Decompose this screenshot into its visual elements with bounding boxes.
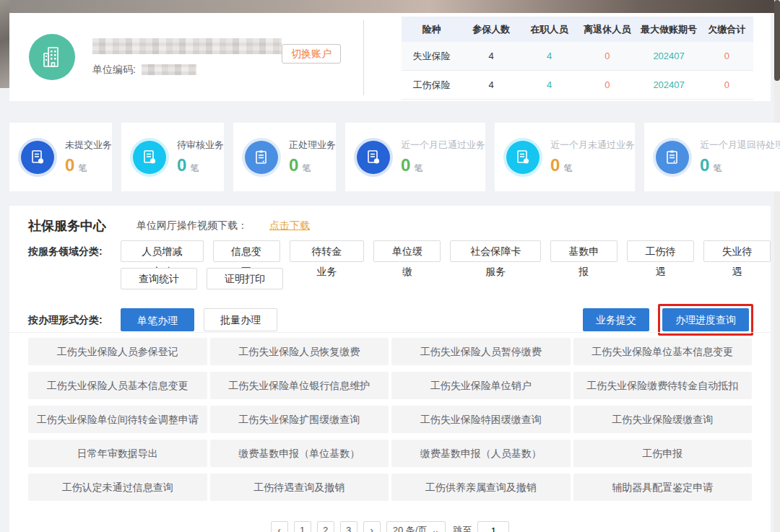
page-title: 社保服务中心 (28, 217, 106, 235)
page-number-button[interactable]: 2 (317, 521, 334, 532)
business-item-button[interactable]: 工伤供养亲属查询及撤销 (391, 474, 571, 501)
header-divider (363, 20, 364, 95)
highlight-annotation: 办理进度查询 (658, 304, 753, 336)
business-item-button[interactable]: 工伤失业保险单位基本信息变更 (573, 338, 753, 365)
stat-value: 0 (550, 155, 560, 175)
business-item-button[interactable]: 缴费基数申报（人员基数） (391, 440, 571, 467)
category-button[interactable]: 社会保障卡服务 (450, 240, 540, 262)
stat-value: 0 (401, 155, 410, 175)
category-button[interactable]: 单位缓缴 (373, 240, 441, 262)
col-insurance-type: 险种 (402, 23, 462, 36)
stat-value: 0 (65, 155, 74, 175)
cell-max-period: 202407 (637, 79, 701, 90)
business-item-button[interactable]: 工伤失业保险缓缴查询 (573, 406, 753, 433)
stat-label: 未提交业务 (65, 139, 112, 152)
business-submit-button[interactable]: 业务提交 (583, 308, 649, 331)
business-item-button[interactable]: 工伤失业保险特困缓缴查询 (391, 406, 571, 433)
category-button[interactable]: 证明打印 (207, 268, 283, 289)
business-item-button[interactable]: 工伤失业保险单位销户 (391, 372, 571, 399)
business-item-button[interactable]: 日常年审数据导出 (28, 440, 207, 467)
cell-insured: 4 (462, 79, 521, 90)
category-button[interactable]: 基数申报 (550, 240, 618, 262)
redacted-unit-code (142, 64, 196, 75)
scrollbar-thumb[interactable] (774, 0, 780, 81)
category-button[interactable]: 信息变更 (213, 240, 280, 262)
service-category-section: 按服务领域分类: 人员增减变动 信息变更 待转金业务 单位缓缴 社会保障卡服务 … (28, 240, 771, 289)
stat-card-rejected-month: 近一个月未通过业务 0 笔 (495, 123, 635, 191)
business-item-button[interactable]: 工伤申报 (573, 440, 753, 467)
jump-to-label: 跳至 (453, 524, 472, 532)
next-page-button[interactable]: › (363, 521, 381, 532)
stat-card-unsubmitted: 未提交业务 0 笔 (9, 123, 112, 191)
clipboard-icon (245, 141, 278, 174)
progress-query-button[interactable]: 办理进度查询 (662, 308, 749, 331)
col-max-period: 最大做账期号 (637, 23, 701, 36)
stat-value: 0 (289, 155, 298, 175)
mode-batch-button[interactable]: 批量办理 (204, 308, 277, 331)
business-stats-row: 未提交业务 0 笔 待审核业务 0 笔 正处理业务 0 笔 (9, 123, 771, 191)
section-divider (9, 332, 771, 333)
switch-account-button[interactable]: 切换账户 (282, 44, 341, 64)
background-photo-edge (0, 0, 9, 88)
pagination: ‹ 1 2 3 › 20 条/页 ⌄ 跳至 (9, 521, 771, 532)
category-button[interactable]: 工伤待遇 (627, 240, 694, 262)
business-item-button[interactable]: 工伤失业保险人员基本信息变更 (28, 372, 207, 399)
handling-mode-section: 按办理形式分类: 单笔办理 批量办理 业务提交 办理进度查询 (28, 304, 753, 336)
cell-arrears: 0 (701, 51, 753, 61)
cell-active: 4 (521, 51, 578, 61)
business-item-button[interactable]: 缴费基数申报（单位基数） (210, 440, 389, 467)
jump-page-input[interactable] (477, 521, 509, 532)
col-active-staff: 在职人员 (521, 23, 578, 36)
page-number-button[interactable]: 3 (340, 521, 358, 532)
page-size-select[interactable]: 20 条/页 ⌄ (386, 521, 446, 532)
cell-insured: 4 (462, 51, 521, 61)
category-button[interactable]: 失业待遇 (703, 240, 771, 262)
business-item-button[interactable]: 工伤失业保险扩围缓缴查询 (210, 406, 389, 433)
document-icon (357, 141, 390, 174)
business-item-button[interactable]: 工伤失业保险单位银行信息维护 (210, 372, 389, 399)
business-item-button[interactable]: 工伤失业保险人员暂停缴费 (391, 338, 571, 365)
insurance-summary-table: 险种 参保人数 在职人员 离退休人员 最大做账期号 欠缴合计 失业保险 4 4 … (402, 17, 753, 100)
stat-card-passed-month: 近一个月已通过业务 0 笔 (345, 123, 485, 191)
stat-label: 近一个月已通过业务 (401, 139, 485, 152)
service-filter-label: 按服务领域分类: (28, 240, 121, 289)
category-button[interactable]: 查询统计 (121, 268, 197, 289)
stat-unit: 笔 (190, 162, 199, 175)
mode-filter-label: 按办理形式分类: (28, 309, 121, 331)
cell-arrears: 0 (701, 79, 753, 90)
business-item-button[interactable]: 辅助器具配置鉴定申请 (573, 474, 753, 501)
mode-single-button[interactable]: 单笔办理 (121, 308, 194, 331)
page-size-value: 20 条/页 (393, 522, 428, 532)
video-download-label: 单位网厅操作视频下载： (136, 219, 248, 232)
business-item-button[interactable]: 工伤失业保险人员恢复缴费 (210, 338, 389, 365)
stat-label: 近一个月退回待处理 (700, 139, 780, 152)
business-item-button[interactable]: 工伤失业保险单位间待转金调整申请 (28, 406, 207, 433)
chevron-down-icon: ⌄ (431, 522, 439, 532)
account-summary-card: 单位编码: 切换账户 险种 参保人数 在职人员 离退休人员 最大做账期号 欠缴合… (9, 13, 771, 101)
stat-label: 正处理业务 (289, 139, 336, 152)
cell-max-period: 202407 (637, 51, 701, 61)
business-item-button[interactable]: 工伤失业保险人员参保登记 (28, 338, 207, 365)
business-item-button[interactable]: 工伤待遇查询及撤销 (210, 474, 389, 501)
download-link[interactable]: 点击下载 (269, 219, 310, 232)
col-arrears-total: 欠缴合计 (701, 23, 753, 36)
stat-unit: 笔 (78, 162, 87, 175)
page-number-button[interactable]: 1 (294, 521, 311, 532)
stat-label: 近一个月未通过业务 (550, 139, 635, 152)
service-center-panel: 社保服务中心 单位网厅操作视频下载： 点击下载 按服务领域分类: 人员增减变动 … (9, 206, 771, 532)
stat-value: 0 (700, 155, 709, 175)
building-icon (29, 34, 75, 80)
cell-type: 失业保险 (402, 50, 462, 63)
business-item-button[interactable]: 工伤认定未通过信息查询 (28, 474, 207, 501)
category-button[interactable]: 待转金业务 (290, 240, 365, 262)
cell-type: 工伤保险 (402, 79, 462, 92)
business-item-button[interactable]: 工伤失业保险缴费待转金自动抵扣 (573, 372, 753, 399)
stat-card-returned-month: 近一个月退回待处理 0 笔 (644, 123, 780, 191)
insurance-table-header: 险种 参保人数 在职人员 离退休人员 最大做账期号 欠缴合计 (402, 17, 753, 42)
prev-page-button[interactable]: ‹ (271, 521, 288, 532)
document-icon (133, 141, 166, 174)
stat-unit: 笔 (713, 162, 722, 175)
stat-card-pending-review: 待审核业务 0 笔 (121, 123, 224, 191)
table-row: 失业保险 4 4 0 202407 0 (402, 42, 753, 71)
category-button[interactable]: 人员增减变动 (121, 240, 204, 262)
